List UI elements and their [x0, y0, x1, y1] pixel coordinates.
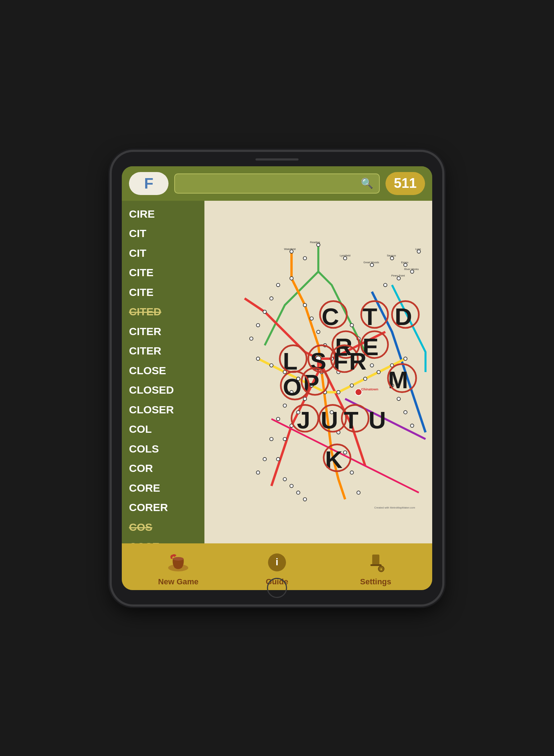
svg-point-16	[257, 323, 260, 326]
svg-text:K: K	[325, 446, 342, 473]
svg-text:River Works: River Works	[404, 267, 419, 270]
svg-point-35	[357, 491, 360, 494]
svg-text:T: T	[344, 406, 359, 433]
main-content: CIRECITCITCITECITECITEDCITERCITERCLOSECL…	[122, 201, 432, 543]
svg-point-42	[257, 471, 260, 474]
svg-text:Chinatown: Chinatown	[361, 388, 378, 391]
word-list: CIRECITCITCITECITECITEDCITERCITERCLOSECL…	[122, 201, 204, 543]
svg-point-15	[263, 310, 266, 313]
svg-text:Wakefield: Wakefield	[284, 247, 296, 250]
svg-text:i: i	[276, 556, 278, 567]
settings-button[interactable]: Settings	[347, 550, 405, 586]
new-game-button[interactable]: New Game	[149, 550, 207, 586]
word-item: CLOSER	[122, 400, 204, 420]
svg-point-11	[303, 256, 306, 260]
svg-point-65	[364, 377, 367, 380]
svg-point-55	[404, 411, 407, 414]
word-item: CORER	[122, 498, 204, 518]
metro-map: Chinatown C T D R E	[204, 201, 432, 543]
word-item: CIT	[122, 244, 204, 263]
svg-point-69	[355, 389, 362, 395]
svg-point-63	[337, 390, 340, 394]
svg-rect-117	[372, 555, 379, 565]
word-item: CITED	[122, 302, 204, 322]
svg-point-49	[283, 477, 286, 481]
header: F 🔍 511	[122, 166, 432, 201]
svg-point-12	[290, 277, 293, 280]
new-game-label: New Game	[158, 577, 199, 586]
svg-text:Created with MetroMapMaker.com: Created with MetroMapMaker.com	[374, 506, 415, 509]
svg-point-13	[276, 283, 280, 286]
svg-point-27	[370, 363, 374, 367]
svg-point-39	[276, 417, 280, 420]
svg-point-24	[350, 323, 354, 326]
svg-point-48	[276, 457, 280, 460]
svg-text:D: D	[395, 303, 412, 330]
svg-text:P: P	[303, 370, 319, 396]
svg-point-57	[257, 357, 260, 360]
word-item: CLOSED	[122, 380, 204, 400]
settings-label: Settings	[360, 577, 391, 586]
guide-label: Guide	[266, 577, 288, 586]
svg-point-17	[250, 337, 253, 340]
svg-point-66	[377, 370, 380, 374]
svg-point-47	[283, 437, 286, 440]
word-item: CIT	[122, 224, 204, 244]
svg-point-51	[296, 491, 300, 494]
word-item: COR	[122, 459, 204, 478]
word-item: COLS	[122, 439, 204, 459]
svg-text:C: C	[322, 303, 339, 330]
svg-point-44	[303, 397, 306, 400]
new-game-icon	[166, 550, 191, 575]
svg-point-64	[350, 384, 354, 387]
svg-point-10	[384, 283, 387, 286]
svg-point-50	[290, 484, 293, 487]
word-item: CITER	[122, 341, 204, 361]
guide-icon: i	[264, 550, 290, 575]
svg-point-18	[303, 303, 306, 306]
svg-point-58	[270, 363, 273, 367]
screen: F 🔍 511 CIRECITCITCITECITECITEDCITERCITE…	[122, 166, 432, 590]
word-item: CORE	[122, 478, 204, 498]
svg-point-14	[270, 297, 273, 300]
search-box[interactable]: 🔍	[174, 173, 380, 194]
svg-point-114	[173, 557, 184, 561]
word-item: COS	[122, 518, 204, 537]
svg-point-38	[283, 404, 286, 407]
word-item: COSE	[122, 537, 204, 543]
word-item: CLOSE	[122, 361, 204, 381]
svg-text:Pines Point: Pines Point	[391, 274, 405, 277]
map-area: Chinatown C T D R E	[204, 201, 432, 543]
device-frame: F 🔍 511 CIRECITCITCITECITECITEDCITERCITE…	[112, 152, 442, 604]
letter-badge: F	[129, 172, 168, 195]
svg-text:Lynn: Lynn	[415, 247, 421, 250]
svg-text:Lynnfield: Lynnfield	[340, 254, 351, 257]
svg-point-56	[410, 424, 414, 427]
svg-point-34	[350, 471, 354, 474]
search-icon: 🔍	[361, 177, 373, 189]
word-item: CITE	[122, 263, 204, 283]
svg-point-54	[397, 397, 400, 400]
svg-text:L: L	[283, 347, 297, 374]
svg-rect-118	[370, 564, 381, 566]
svg-point-41	[263, 457, 266, 460]
svg-text:Reading: Reading	[310, 241, 320, 244]
footer: New Game i Guide	[122, 543, 432, 590]
svg-point-19	[310, 317, 313, 320]
svg-text:Saugus: Saugus	[387, 254, 396, 257]
settings-icon	[363, 550, 388, 575]
word-item: CITER	[122, 322, 204, 342]
score-value: 511	[394, 176, 416, 191]
svg-point-33	[343, 451, 347, 454]
svg-text:R: R	[349, 347, 366, 374]
word-item: CIRE	[122, 204, 204, 224]
svg-text:Great Woods: Great Woods	[363, 260, 379, 264]
current-letter: F	[144, 175, 153, 192]
score-badge: 511	[386, 172, 425, 195]
svg-point-20	[317, 330, 320, 333]
svg-text:U: U	[321, 406, 338, 433]
svg-point-40	[270, 437, 273, 440]
svg-text:F: F	[333, 347, 348, 374]
guide-button[interactable]: i Guide	[248, 550, 306, 586]
word-item: CITE	[122, 283, 204, 302]
